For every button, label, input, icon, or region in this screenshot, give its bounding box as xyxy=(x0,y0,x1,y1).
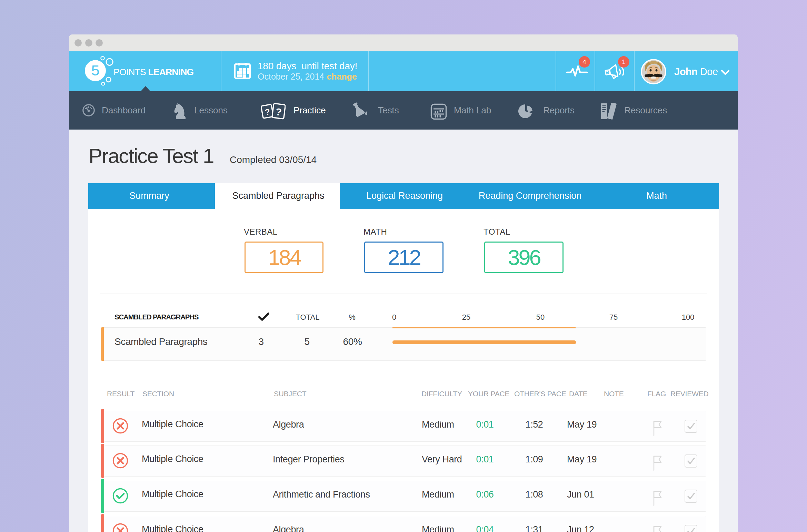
svg-text:5: 5 xyxy=(91,62,100,79)
